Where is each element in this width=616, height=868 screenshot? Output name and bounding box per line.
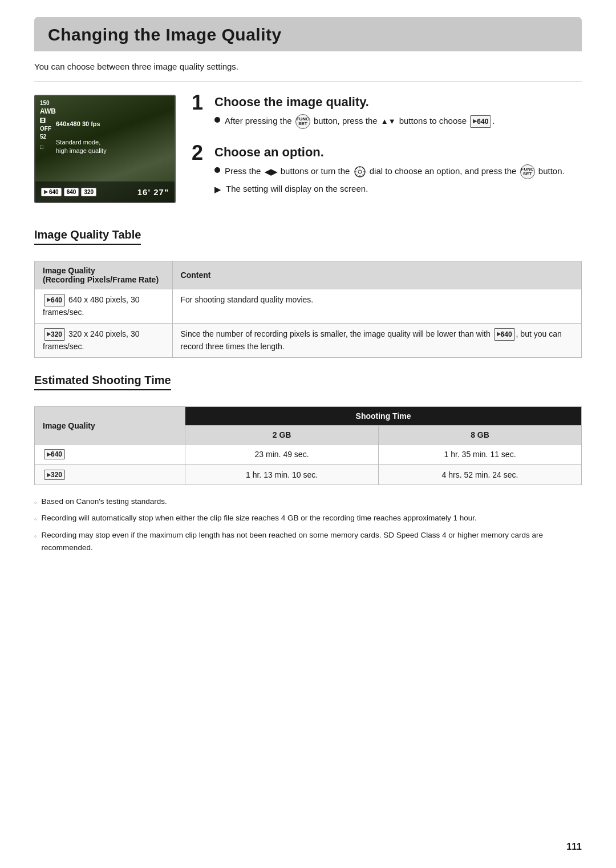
- page-number: 111: [566, 842, 582, 852]
- lr-arrows: ◀▶: [265, 166, 277, 178]
- note-bullet-2: ◦: [34, 514, 37, 526]
- shooting-time-section: Estimated Shooting Time: [34, 374, 582, 398]
- cam-icon-150: 150: [40, 99, 56, 107]
- quality-badge-320-table: ▶320: [44, 328, 65, 341]
- play-icon-table-1: ▶: [47, 296, 51, 304]
- func-btn-1: FUNCSET: [295, 114, 310, 129]
- cam-icon-sq: □: [40, 143, 56, 151]
- play-icon-ref: ▶: [497, 330, 501, 338]
- camera-overlay: 150 AWB 🎞 OFF 52 □ 640x480 30 fps Standa…: [35, 96, 175, 202]
- quality-table-header-quality: Image Quality(Recording Pixels/Frame Rat…: [35, 261, 173, 289]
- svg-point-1: [358, 170, 362, 173]
- note-text-2: Recording will automatically stop when e…: [42, 512, 477, 524]
- quality-badge-320-shooting: ▶320: [44, 470, 65, 480]
- step-1-title: Choose the image quality.: [214, 95, 582, 110]
- quality-badge-640-table: ▶640: [44, 294, 65, 306]
- play-icon-table-2: ▶: [47, 330, 51, 338]
- steps-content: 1 Choose the image quality. After pressi…: [192, 95, 582, 212]
- cam-badge-320: 320: [81, 188, 96, 196]
- step-2-item-2: ▶ The setting will display on the screen…: [214, 183, 582, 196]
- shooting-time-320-2gb: 1 hr. 13 min. 10 sec.: [185, 465, 379, 485]
- shooting-time-320-8gb: 4 hrs. 52 min. 24 sec.: [379, 465, 582, 485]
- image-quality-title: Image Quality Table: [34, 228, 141, 245]
- content-header-strong: Content: [181, 271, 211, 280]
- note-bullet-1: ◦: [34, 497, 37, 509]
- shooting-quality-320: ▶320: [35, 465, 185, 485]
- quality-cell-1: ▶640 640 x 480 pixels, 30 frames/sec.: [35, 289, 173, 323]
- step-2-number: 2: [192, 143, 208, 163]
- intro-text: You can choose between three image quali…: [34, 62, 582, 71]
- content-cell-1: For shooting standard quality movies.: [172, 289, 581, 323]
- note-text-1: Based on Canon's testing standards.: [42, 495, 167, 508]
- cam-resolution: 640x480 30 fps: [56, 120, 100, 127]
- step-2-item-1: Press the ◀▶ buttons or turn the: [214, 164, 582, 179]
- step-1-item-1: After pressing the FUNCSET button, press…: [214, 114, 582, 129]
- quality-badge-640-inline: ▶640: [470, 115, 491, 128]
- bullet-arrow-2: ▶: [214, 183, 221, 196]
- image-quality-section: Image Quality Table: [34, 228, 582, 253]
- page-title: Changing the Image Quality: [48, 25, 568, 45]
- step-1-number: 1: [192, 92, 208, 113]
- shooting-time-640-8gb: 1 hr. 35 min. 11 sec.: [379, 445, 582, 465]
- cam-badge-640b: 640: [64, 188, 79, 196]
- table-row: ▶320 1 hr. 13 min. 10 sec. 4 hrs. 52 min…: [35, 465, 582, 485]
- cam-icon-off2: OFF: [40, 125, 56, 132]
- shooting-time-label: Shooting Time: [356, 411, 411, 421]
- cam-info-text: 640x480 30 fps: [56, 120, 100, 128]
- dial-icon: [354, 165, 366, 178]
- step-2-text-2: The setting will display on the screen.: [226, 183, 368, 196]
- cam-mode-text: Standard mode, high image quality: [56, 138, 107, 156]
- table-row: ▶640 640 x 480 pixels, 30 frames/sec. Fo…: [35, 289, 582, 323]
- shooting-time-table: Image Quality Shooting Time 2 GB 8 GB: [34, 406, 582, 485]
- cam-icon-52: 52: [40, 133, 56, 140]
- quality-cell-2: ▶320 320 x 240 pixels, 30 frames/sec.: [35, 323, 173, 357]
- shooting-time-title: Estimated Shooting Time: [34, 374, 171, 390]
- page-container: Changing the Image Quality You can choos…: [0, 0, 616, 868]
- cam-mode-line1: Standard mode,: [56, 138, 107, 147]
- shooting-time-header: Shooting Time: [185, 407, 582, 426]
- cam-bottom-bar: ▶640 640 320 16' 27": [35, 181, 175, 202]
- title-bar: Changing the Image Quality: [34, 17, 582, 51]
- note-item-1: ◦ Based on Canon's testing standards.: [34, 495, 582, 509]
- shooting-time-640-2gb: 23 min. 49 sec.: [185, 445, 379, 465]
- note-bullet-3: ◦: [34, 531, 37, 543]
- play-icon-shooting-1: ▶: [47, 451, 51, 457]
- note-item-2: ◦ Recording will automatically stop when…: [34, 512, 582, 526]
- quality-table: Image Quality(Recording Pixels/Frame Rat…: [34, 261, 582, 358]
- step-2-body: Choose an option. Press the ◀▶ buttons o…: [214, 145, 582, 200]
- 8gb-label: 8 GB: [471, 430, 489, 439]
- cam-top-left: 150 AWB 🎞 OFF 52 □: [40, 99, 56, 151]
- play-icon-1: ▶: [473, 118, 477, 126]
- step-2-title: Choose an option.: [214, 145, 582, 160]
- table-row: ▶640 23 min. 49 sec. 1 hr. 35 min. 11 se…: [35, 445, 582, 465]
- cam-badge-640: ▶640: [41, 188, 62, 196]
- step-1: 1 Choose the image quality. After pressi…: [192, 95, 582, 132]
- content-cell-2: Since the number of recording pixels is …: [172, 323, 581, 357]
- quality-table-header-content: Content: [172, 261, 581, 289]
- note-item-3: ◦ Recording may stop even if the maximum…: [34, 529, 582, 554]
- shooting-quality-header: Image Quality: [43, 421, 95, 430]
- step-1-body: Choose the image quality. After pressing…: [214, 95, 582, 132]
- table-row: ▶320 320 x 240 pixels, 30 frames/sec. Si…: [35, 323, 582, 357]
- shooting-col-2gb: 2 GB: [185, 426, 379, 445]
- play-icon-shooting-2: ▶: [47, 472, 51, 478]
- cam-icon-awb: AWB: [40, 107, 56, 116]
- cam-icon-off1: 🎞: [40, 117, 56, 124]
- step-2: 2 Choose an option. Press the ◀▶ buttons…: [192, 145, 582, 200]
- shooting-col-8gb: 8 GB: [379, 426, 582, 445]
- cam-bottom-badges: ▶640 640 320: [41, 188, 96, 196]
- step-1-text: After pressing the FUNCSET button, press…: [225, 114, 495, 129]
- nav-arrows-ud: ▲▼: [381, 116, 396, 127]
- func-btn-2: FUNCSET: [520, 164, 535, 179]
- note-text-3: Recording may stop even if the maximum c…: [42, 529, 582, 554]
- steps-section: 150 AWB 🎞 OFF 52 □ 640x480 30 fps Standa…: [34, 95, 582, 212]
- quality-badge-640-ref: ▶640: [494, 328, 515, 341]
- quality-header-strong: Image Quality(Recording Pixels/Frame Rat…: [43, 266, 159, 284]
- cam-badge-640-icon: ▶: [44, 189, 48, 195]
- cam-mode-line2: high image quality: [56, 147, 107, 155]
- quality-badge-640-shooting: ▶640: [44, 449, 65, 459]
- shooting-quality-640: ▶640: [35, 445, 185, 465]
- step-2-text-1: Press the ◀▶ buttons or turn the: [225, 164, 565, 179]
- camera-preview: 150 AWB 🎞 OFF 52 □ 640x480 30 fps Standa…: [34, 95, 176, 203]
- shooting-col-quality: Image Quality: [35, 407, 185, 445]
